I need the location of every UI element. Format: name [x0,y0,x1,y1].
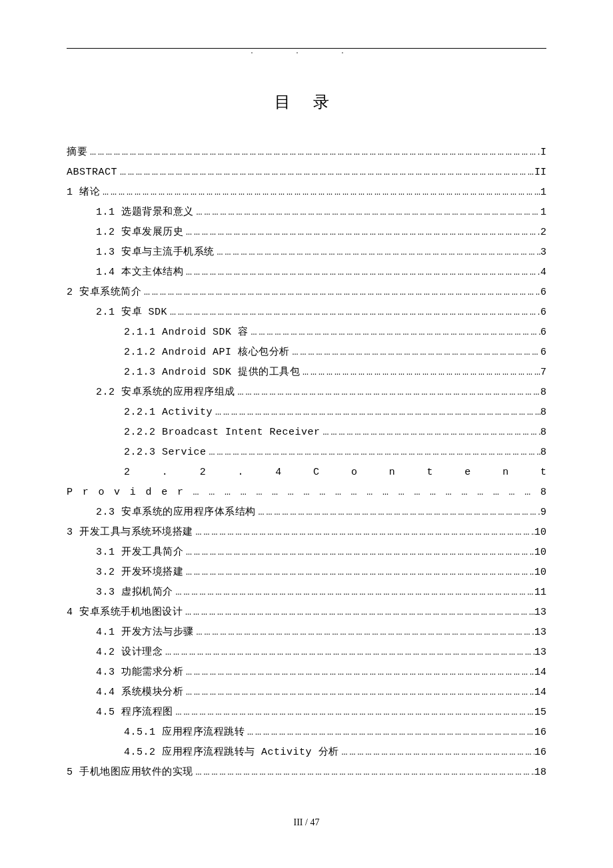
toc-entry: 2.1.1 Android SDK 容6 [67,327,546,337]
toc-entry: ABSTRACTII [67,167,546,177]
toc-entry-label: 4.3 功能需求分析 [67,667,183,677]
toc-entry-page: I [540,147,546,157]
toc-entry-label: 4.5.2 应用程序流程跳转与 Activity 分析 [67,747,339,757]
toc-leader [207,447,540,457]
toc-entry-label: 4.5.1 应用程序流程跳转 [67,727,245,737]
toc-entry-page: 16 [534,727,546,737]
toc-entry-label: 3 开发工具与系统环境搭建 [67,527,193,537]
toc-entry-label: 1.4 本文主体结构 [67,267,183,277]
toc-entry-page: 6 [540,347,546,357]
toc-entry: 4.5.2 应用程序流程跳转与 Activity 分析16 [67,747,546,757]
page: . . . 目 录 摘要IABSTRACTII1 绪论11.1 选题背景和意义1… [0,0,613,868]
toc-entry-page: 8 [540,407,546,417]
toc-entry: 3 开发工具与系统环境搭建10 [67,527,546,537]
toc-entry-page: 15 [534,707,546,717]
toc-entry: 1.3 安卓与主流手机系统3 [67,247,546,257]
toc-entry-label: 2.2.3 Service [67,447,207,457]
toc-leader [256,507,540,517]
toc-entry-label: 1.1 选题背景和意义 [67,207,194,217]
toc-leader [213,407,540,417]
toc-entry-label: 1 绪论 [67,187,100,197]
toc-entry: 4.1 开发方法与步骤13 [67,627,546,637]
toc-entry: 摘要I [67,147,546,157]
toc-title: 目 录 [67,91,546,113]
toc-list: 摘要IABSTRACTII1 绪论11.1 选题背景和意义11.2 安卓发展历史… [67,147,546,777]
toc-entry-page: 1 [540,207,546,217]
toc-entry: 4.5 程序流程图15 [67,707,546,717]
toc-entry-label: 2.3 安卓系统的应用程序体系结构 [67,507,256,517]
toc-entry-page: 3 [540,247,546,257]
toc-entry-label: 3.3 虚拟机简介 [67,587,173,597]
toc-entry-page: 6 [540,307,546,317]
header-dots: . . . [67,50,546,54]
toc-entry: 1.4 本文主体结构4 [67,267,546,277]
toc-entry-label: 4.2 设计理念 [67,647,163,657]
page-footer: III / 47 [0,817,613,828]
toc-leader [141,287,540,297]
toc-entry-page: 8 [540,447,546,457]
toc-entry-justified: P r o v i d e r … … … … … … … … … … … … … [67,487,546,497]
toc-entry-page: 8 [540,387,546,397]
toc-entry-label: 2.2 安卓系统的应用程序组成 [67,387,235,397]
toc-entry: 5 手机地图应用软件的实现18 [67,767,546,777]
toc-leader [235,387,540,397]
toc-leader [249,327,540,337]
toc-leader [215,247,540,257]
toc-entry-label: 4.5 程序流程图 [67,707,173,717]
toc-leader [193,527,534,537]
toc-leader [173,707,534,717]
toc-entry: 1 绪论1 [67,187,546,197]
toc-entry-label: 2.1.1 Android SDK 容 [67,327,249,337]
toc-entry: 2.1.2 Android API 核心包分析6 [67,347,546,357]
toc-entry-page: 10 [534,547,546,557]
toc-entry: 4.5.1 应用程序流程跳转16 [67,727,546,737]
toc-entry-page: 10 [534,567,546,577]
toc-entry: 2.2 安卓系统的应用程序组成8 [67,387,546,397]
toc-entry-label: 2.1.2 Android API 核心包分析 [67,347,290,357]
toc-entry-page: 14 [534,687,546,697]
toc-entry-label: 1.3 安卓与主流手机系统 [67,247,215,257]
toc-leader [245,727,534,737]
toc-leader [183,607,534,617]
toc-entry: 4.4 系统模块分析14 [67,687,546,697]
toc-entry-page: 1 [540,187,546,197]
toc-leader [117,167,534,177]
toc-entry-label: 4.1 开发方法与步骤 [67,627,194,637]
toc-leader [320,427,540,437]
toc-entry-label: 2.1 安卓 SDK [67,307,167,317]
toc-leader [300,367,540,377]
toc-entry: 2.1 安卓 SDK6 [67,307,546,317]
toc-entry-label: 2 安卓系统简介 [67,287,141,297]
toc-entry-label: 2.1.3 Android SDK 提供的工具包 [67,367,300,377]
toc-leader [339,747,534,757]
toc-entry: 4 安卓系统手机地图设计13 [67,607,546,617]
toc-leader [167,307,540,317]
toc-entry: 2.2.3 Service8 [67,447,546,457]
toc-entry-label: 4.4 系统模块分析 [67,687,183,697]
toc-leader [183,687,534,697]
toc-entry: 3.1 开发工具简介10 [67,547,546,557]
toc-leader [193,767,534,777]
toc-entry-page: 10 [534,527,546,537]
toc-entry-label: ABSTRACT [67,167,117,177]
toc-entry-page: 4 [540,267,546,277]
toc-leader [183,667,534,677]
toc-entry-page: 2 [540,227,546,237]
toc-entry: 3.3 虚拟机简介11 [67,587,546,597]
toc-entry: 4.3 功能需求分析14 [67,667,546,677]
toc-entry-page: 18 [534,767,546,777]
toc-leader [290,347,540,357]
toc-entry-label: 2.2.1 Activity [67,407,213,417]
toc-leader [183,567,534,577]
toc-leader [183,547,534,557]
toc-entry-label: 2.2.2 Broadcast Intent Receiver [67,427,320,437]
toc-entry: 3.2 开发环境搭建10 [67,567,546,577]
toc-entry: 4.2 设计理念13 [67,647,546,657]
toc-entry-page: 6 [540,287,546,297]
toc-entry-page: 7 [540,367,546,377]
toc-entry: 2 安卓系统简介6 [67,287,546,297]
toc-leader [183,227,540,237]
toc-entry-label: 摘要 [67,147,87,157]
toc-leader [100,187,540,197]
toc-entry: 2.3 安卓系统的应用程序体系结构9 [67,507,546,517]
